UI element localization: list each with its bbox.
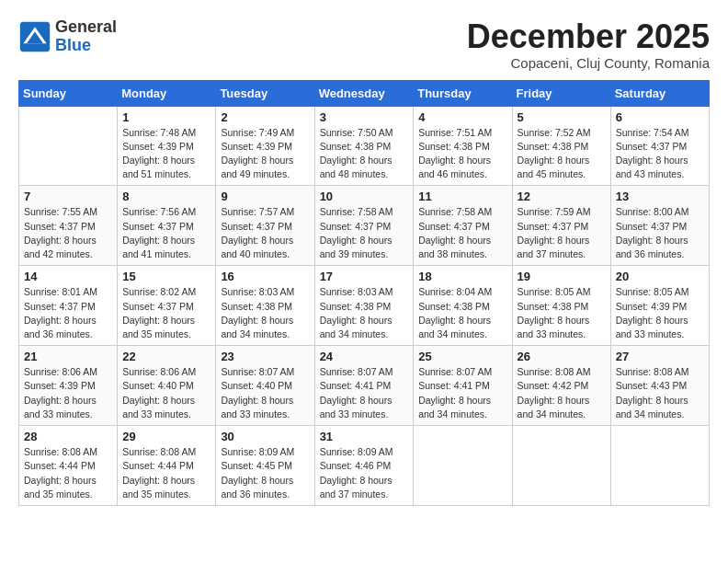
day-info: Sunrise: 8:05 AMSunset: 4:38 PMDaylight:…: [518, 285, 606, 341]
calendar-cell: 15Sunrise: 8:02 AMSunset: 4:37 PMDayligh…: [118, 266, 216, 346]
logo: General Blue: [18, 18, 117, 55]
day-number: 13: [616, 190, 704, 203]
calendar-cell: 10Sunrise: 7:58 AMSunset: 4:37 PMDayligh…: [314, 186, 414, 266]
day-info: Sunrise: 7:49 AMSunset: 4:39 PMDaylight:…: [221, 126, 309, 182]
calendar-cell: 18Sunrise: 8:04 AMSunset: 4:38 PMDayligh…: [414, 266, 512, 346]
calendar-cell: 9Sunrise: 7:57 AMSunset: 4:37 PMDaylight…: [216, 186, 314, 266]
day-info: Sunrise: 7:58 AMSunset: 4:37 PMDaylight:…: [320, 205, 409, 261]
day-number: 8: [122, 190, 210, 203]
calendar-cell: 30Sunrise: 8:09 AMSunset: 4:45 PMDayligh…: [216, 426, 314, 506]
logo-line2: Blue: [55, 37, 117, 55]
week-row-3: 14Sunrise: 8:01 AMSunset: 4:37 PMDayligh…: [19, 266, 710, 346]
calendar-cell: 14Sunrise: 8:01 AMSunset: 4:37 PMDayligh…: [19, 266, 118, 346]
calendar-cell: 25Sunrise: 8:07 AMSunset: 4:41 PMDayligh…: [414, 346, 512, 426]
calendar-cell: 17Sunrise: 8:03 AMSunset: 4:38 PMDayligh…: [314, 266, 414, 346]
day-info: Sunrise: 8:08 AMSunset: 4:43 PMDaylight:…: [616, 365, 704, 421]
day-info: Sunrise: 8:07 AMSunset: 4:41 PMDaylight:…: [320, 365, 409, 421]
weekday-header-friday: Friday: [512, 80, 610, 106]
day-number: 16: [221, 270, 309, 283]
calendar-cell: 26Sunrise: 8:08 AMSunset: 4:42 PMDayligh…: [512, 346, 610, 426]
calendar-cell: 11Sunrise: 7:58 AMSunset: 4:37 PMDayligh…: [414, 186, 512, 266]
day-info: Sunrise: 8:03 AMSunset: 4:38 PMDaylight:…: [221, 285, 309, 341]
day-number: 31: [320, 430, 409, 443]
day-info: Sunrise: 7:55 AMSunset: 4:37 PMDaylight:…: [24, 205, 112, 261]
day-info: Sunrise: 7:51 AMSunset: 4:38 PMDaylight:…: [418, 126, 506, 182]
calendar-cell: 5Sunrise: 7:52 AMSunset: 4:38 PMDaylight…: [512, 106, 610, 186]
calendar-cell: 12Sunrise: 7:59 AMSunset: 4:37 PMDayligh…: [512, 186, 610, 266]
day-info: Sunrise: 7:54 AMSunset: 4:37 PMDaylight:…: [616, 126, 704, 182]
week-row-5: 28Sunrise: 8:08 AMSunset: 4:44 PMDayligh…: [19, 426, 710, 506]
calendar-cell: 31Sunrise: 8:09 AMSunset: 4:46 PMDayligh…: [314, 426, 414, 506]
day-info: Sunrise: 8:06 AMSunset: 4:40 PMDaylight:…: [122, 365, 210, 421]
calendar-cell: 3Sunrise: 7:50 AMSunset: 4:38 PMDaylight…: [314, 106, 414, 186]
day-number: 1: [122, 110, 210, 124]
day-number: 24: [320, 350, 409, 363]
day-info: Sunrise: 8:00 AMSunset: 4:37 PMDaylight:…: [616, 205, 704, 261]
day-number: 11: [418, 190, 506, 203]
calendar-cell: [512, 426, 610, 506]
day-number: 26: [518, 350, 606, 363]
calendar-cell: 23Sunrise: 8:07 AMSunset: 4:40 PMDayligh…: [216, 346, 314, 426]
calendar-cell: 24Sunrise: 8:07 AMSunset: 4:41 PMDayligh…: [314, 346, 414, 426]
month-title: December 2025: [467, 18, 710, 55]
day-info: Sunrise: 8:09 AMSunset: 4:46 PMDaylight:…: [320, 445, 409, 501]
calendar-cell: 7Sunrise: 7:55 AMSunset: 4:37 PMDaylight…: [19, 186, 118, 266]
calendar-cell: 27Sunrise: 8:08 AMSunset: 4:43 PMDayligh…: [610, 346, 709, 426]
day-info: Sunrise: 8:08 AMSunset: 4:44 PMDaylight:…: [122, 445, 210, 501]
title-block: December 2025 Copaceni, Cluj County, Rom…: [467, 18, 710, 71]
day-number: 3: [320, 110, 409, 124]
day-info: Sunrise: 7:48 AMSunset: 4:39 PMDaylight:…: [122, 126, 210, 182]
week-row-1: 1Sunrise: 7:48 AMSunset: 4:39 PMDaylight…: [19, 106, 710, 186]
day-info: Sunrise: 7:52 AMSunset: 4:38 PMDaylight:…: [518, 126, 606, 182]
page-header: General Blue December 2025 Copaceni, Clu…: [18, 18, 710, 71]
weekday-header-sunday: Sunday: [19, 80, 118, 106]
day-number: 14: [24, 270, 112, 283]
calendar-cell: 28Sunrise: 8:08 AMSunset: 4:44 PMDayligh…: [19, 426, 118, 506]
day-number: 5: [518, 110, 606, 124]
day-number: 4: [418, 110, 506, 124]
day-info: Sunrise: 8:04 AMSunset: 4:38 PMDaylight:…: [418, 285, 506, 341]
calendar-cell: [610, 426, 709, 506]
day-info: Sunrise: 7:59 AMSunset: 4:37 PMDaylight:…: [518, 205, 606, 261]
day-number: 19: [518, 270, 606, 283]
day-info: Sunrise: 7:58 AMSunset: 4:37 PMDaylight:…: [418, 205, 506, 261]
calendar-cell: 22Sunrise: 8:06 AMSunset: 4:40 PMDayligh…: [118, 346, 216, 426]
day-info: Sunrise: 8:07 AMSunset: 4:40 PMDaylight:…: [221, 365, 309, 421]
day-number: 18: [418, 270, 506, 283]
day-number: 7: [24, 190, 112, 203]
day-number: 28: [24, 430, 112, 443]
calendar-cell: [414, 426, 512, 506]
weekday-header-thursday: Thursday: [414, 80, 512, 106]
day-info: Sunrise: 8:09 AMSunset: 4:45 PMDaylight:…: [221, 445, 309, 501]
day-info: Sunrise: 8:02 AMSunset: 4:37 PMDaylight:…: [122, 285, 210, 341]
weekday-header-saturday: Saturday: [610, 80, 709, 106]
week-row-2: 7Sunrise: 7:55 AMSunset: 4:37 PMDaylight…: [19, 186, 710, 266]
calendar-cell: 13Sunrise: 8:00 AMSunset: 4:37 PMDayligh…: [610, 186, 709, 266]
calendar-cell: 20Sunrise: 8:05 AMSunset: 4:39 PMDayligh…: [610, 266, 709, 346]
calendar-cell: 19Sunrise: 8:05 AMSunset: 4:38 PMDayligh…: [512, 266, 610, 346]
day-number: 9: [221, 190, 309, 203]
day-info: Sunrise: 8:07 AMSunset: 4:41 PMDaylight:…: [418, 365, 506, 421]
weekday-header-monday: Monday: [118, 80, 216, 106]
calendar-cell: 29Sunrise: 8:08 AMSunset: 4:44 PMDayligh…: [118, 426, 216, 506]
calendar-cell: 4Sunrise: 7:51 AMSunset: 4:38 PMDaylight…: [414, 106, 512, 186]
day-info: Sunrise: 7:50 AMSunset: 4:38 PMDaylight:…: [320, 126, 409, 182]
calendar: SundayMondayTuesdayWednesdayThursdayFrid…: [18, 80, 710, 506]
day-number: 10: [320, 190, 409, 203]
day-number: 23: [221, 350, 309, 363]
weekday-header-tuesday: Tuesday: [216, 80, 314, 106]
day-number: 25: [418, 350, 506, 363]
weekday-header-row: SundayMondayTuesdayWednesdayThursdayFrid…: [19, 80, 710, 106]
weekday-header-wednesday: Wednesday: [314, 80, 414, 106]
day-number: 22: [122, 350, 210, 363]
day-info: Sunrise: 8:06 AMSunset: 4:39 PMDaylight:…: [24, 365, 112, 421]
day-info: Sunrise: 8:08 AMSunset: 4:44 PMDaylight:…: [24, 445, 112, 501]
day-number: 17: [320, 270, 409, 283]
day-number: 2: [221, 110, 309, 124]
calendar-cell: 6Sunrise: 7:54 AMSunset: 4:37 PMDaylight…: [610, 106, 709, 186]
day-info: Sunrise: 7:56 AMSunset: 4:37 PMDaylight:…: [122, 205, 210, 261]
location: Copaceni, Cluj County, Romania: [467, 55, 710, 71]
logo-text: General Blue: [55, 18, 117, 55]
day-number: 30: [221, 430, 309, 443]
day-number: 20: [616, 270, 704, 283]
